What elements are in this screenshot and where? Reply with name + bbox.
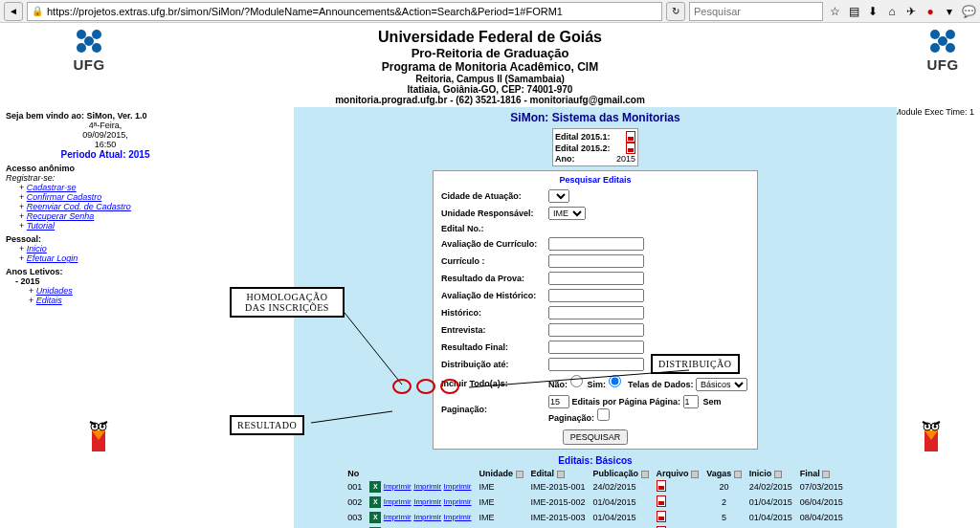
download-icon[interactable]: ⬇ — [865, 4, 880, 19]
pessoal-list: Inicio Efetuar Login — [6, 244, 205, 263]
red-circle-icon — [392, 379, 412, 394]
time-text: 16:50 — [6, 140, 205, 149]
input-resfinal[interactable] — [548, 341, 644, 354]
editais-table: No Unidade Edital Publicação Arquivo Vag… — [344, 468, 847, 528]
plane-icon[interactable]: ✈ — [903, 4, 919, 19]
label-resfinal: Resultado Final: — [439, 340, 545, 355]
pdf-icon[interactable] — [626, 143, 635, 154]
select-cidade[interactable] — [548, 189, 569, 203]
link-tutorial[interactable]: Tutorial — [27, 221, 55, 231]
mascot-icon — [917, 417, 946, 455]
input-avalhist[interactable] — [548, 289, 644, 302]
pdf-icon[interactable] — [626, 131, 635, 143]
url-text: https://projetos.extras.ufg.br/simon/SiM… — [47, 6, 563, 17]
back-button[interactable]: ◄ — [4, 2, 23, 21]
pdf-icon[interactable] — [657, 511, 666, 522]
input-resprova[interactable] — [548, 272, 644, 285]
check-sempag[interactable] — [597, 408, 610, 421]
period-link[interactable]: Periodo Atual: 2015 — [6, 149, 205, 160]
input-distrib[interactable] — [548, 358, 644, 371]
svg-line-27 — [923, 422, 928, 425]
th-arquivo[interactable]: Arquivo — [657, 469, 689, 478]
input-curriculo[interactable] — [548, 254, 644, 268]
link-confirmar[interactable]: Confirmar Cadastro — [27, 192, 102, 202]
sort-icon[interactable] — [691, 471, 699, 478]
th-no: No — [344, 468, 366, 479]
sort-icon[interactable] — [734, 471, 742, 478]
label-avalcurr: Avaliação de Currículo: — [439, 236, 545, 252]
svg-line-28 — [934, 422, 940, 425]
imprimir-link[interactable]: Imprimir — [384, 497, 412, 506]
radio-nao[interactable] — [570, 375, 583, 387]
imprimir-link[interactable]: Imprimir — [384, 513, 412, 521]
url-bar[interactable]: 🔒https://projetos.extras.ufg.br/simon/Si… — [27, 2, 662, 21]
imprimir-link[interactable]: Imprimir — [444, 513, 472, 521]
callout-distribuicao: DISTRIBUIÇÃO — [651, 354, 740, 374]
select-telas[interactable]: Básicos — [696, 378, 747, 391]
input-entrevista[interactable] — [548, 323, 644, 337]
th-unidade[interactable]: Unidade — [479, 469, 513, 478]
th-pub[interactable]: Publicação — [593, 469, 639, 478]
mascot-icon — [84, 417, 113, 455]
link-login[interactable]: Efetuar Login — [27, 253, 78, 263]
home-icon[interactable]: ⌂ — [884, 4, 900, 19]
sort-icon[interactable] — [822, 471, 830, 478]
input-avalcurr[interactable] — [548, 237, 644, 251]
imprimir-link[interactable]: Imprimir — [413, 497, 441, 506]
abp-icon[interactable]: ● — [923, 4, 938, 19]
table-row: 003 X Imprimir Imprimir Imprimir IMEIME-… — [344, 510, 847, 525]
ano-label: Ano: — [555, 154, 575, 164]
th-vagas[interactable]: Vagas — [706, 469, 731, 478]
link-unidades[interactable]: Unidades — [36, 286, 73, 296]
sort-icon[interactable] — [641, 471, 649, 478]
table-row: 001 X Imprimir Imprimir Imprimir IMEIME-… — [344, 479, 847, 495]
label-editalno: Edital No.: — [439, 223, 545, 234]
imprimir-link[interactable]: Imprimir — [413, 482, 441, 491]
pdf-icon[interactable] — [657, 480, 666, 492]
svg-point-17 — [94, 426, 97, 429]
edital2-label: Edital 2015.2: — [555, 143, 611, 153]
search-button[interactable]: PESQUISAR — [563, 429, 629, 445]
link-inicio[interactable]: Inicio — [27, 244, 47, 253]
table-row: 002 X Imprimir Imprimir Imprimir IMEIME-… — [344, 495, 847, 510]
anon-label: Acesso anônimo — [6, 164, 205, 173]
sort-icon[interactable] — [774, 471, 782, 478]
radio-sim[interactable] — [609, 375, 621, 387]
excel-icon[interactable]: X — [369, 512, 381, 523]
input-pagsize[interactable] — [548, 395, 569, 408]
input-historico[interactable] — [548, 306, 644, 319]
dropdown-icon[interactable]: ▾ — [942, 4, 957, 19]
excel-icon[interactable]: X — [369, 481, 381, 493]
link-cadastrar[interactable]: Cadastrar-se — [27, 183, 77, 192]
imprimir-link[interactable]: Imprimir — [413, 513, 441, 521]
imprimir-link[interactable]: Imprimir — [444, 497, 472, 506]
sort-icon[interactable] — [557, 471, 565, 478]
reload-button[interactable]: ↻ — [666, 2, 685, 21]
th-final[interactable]: Final — [800, 469, 820, 478]
browser-toolbar: ◄ 🔒https://projetos.extras.ufg.br/simon/… — [0, 0, 980, 23]
svg-line-19 — [90, 422, 96, 425]
sort-icon[interactable] — [516, 471, 523, 478]
th-edital[interactable]: Edital — [531, 469, 555, 478]
svg-point-26 — [934, 426, 937, 429]
table-title: Editais: Básicos — [298, 455, 893, 466]
input-pagnum[interactable] — [683, 395, 699, 408]
link-editais[interactable]: Editais — [36, 296, 62, 305]
browser-search[interactable] — [689, 2, 823, 21]
label-distrib: Distribuição até: — [439, 357, 545, 372]
link-reenviar[interactable]: Reenviar Cod. de Cadastro — [27, 202, 131, 211]
excel-icon[interactable]: X — [369, 496, 381, 508]
th-inicio[interactable]: Inicio — [749, 469, 772, 478]
red-circle-icon — [440, 379, 459, 394]
chat-icon[interactable]: 💬 — [961, 4, 976, 19]
imprimir-link[interactable]: Imprimir — [384, 482, 412, 491]
pdf-icon[interactable] — [657, 495, 666, 507]
ano-2015: - 2015 — [6, 276, 205, 286]
select-unidade[interactable]: IME — [548, 207, 586, 220]
imprimir-link[interactable]: Imprimir — [444, 482, 472, 491]
link-recuperar[interactable]: Recuperar Senha — [27, 211, 95, 221]
star-icon[interactable]: ☆ — [827, 4, 842, 19]
bookmark-list-icon[interactable]: ▤ — [846, 4, 861, 19]
svg-line-20 — [101, 422, 107, 425]
content-title: SiMon: Sistema das Monitorias — [298, 111, 893, 124]
